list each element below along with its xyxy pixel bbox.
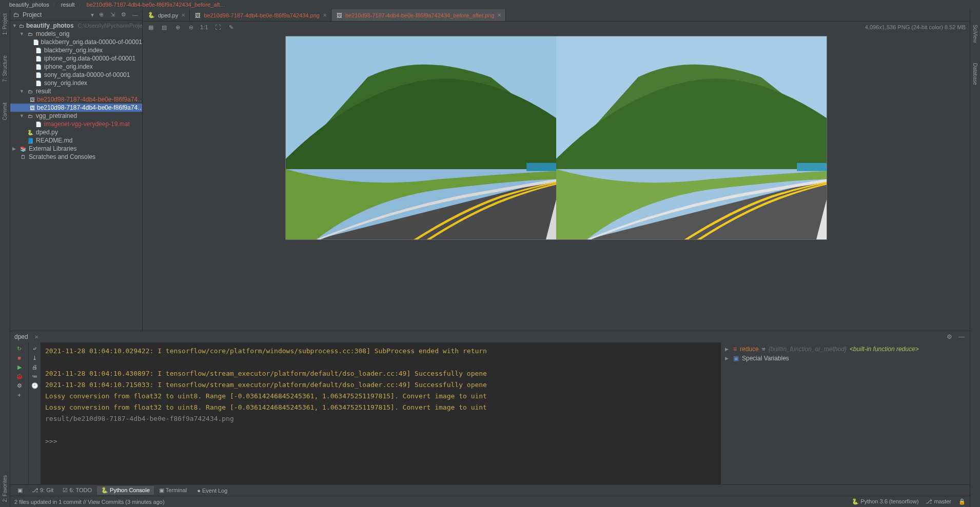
tree-folder-vgg[interactable]: ▼🗀vgg_pretrained — [10, 112, 142, 120]
show-vars-icon[interactable]: ≔ — [31, 372, 39, 380]
print-icon[interactable]: 🖨 — [31, 363, 39, 371]
file-icon: 📄 — [35, 47, 42, 54]
toolwindow-todo[interactable]: ☑ 6: TODO — [58, 486, 96, 495]
tab-image1[interactable]: 🖼be210d98-7187-4db4-be0e-f86f9a742434.pn… — [190, 9, 331, 21]
tree-file-dped[interactable]: 🐍dped.py — [10, 128, 142, 136]
var-special[interactable]: ▶ ▣ Special Variables — [725, 354, 966, 363]
file-icon: 📄 — [35, 63, 42, 70]
zoom-out-icon[interactable]: ⊖ — [187, 24, 195, 31]
event-log-button[interactable]: ● Event Log — [193, 486, 231, 495]
editor-tabs: 🐍dped.py✕ 🖼be210d98-7187-4db4-be0e-f86f9… — [143, 9, 970, 22]
editor-area: 🐍dped.py✕ 🖼be210d98-7187-4db4-be0e-f86f9… — [143, 9, 970, 331]
toolwindow-database-tab[interactable]: Database — [972, 63, 978, 85]
gear-icon[interactable]: ⚙ — [945, 333, 953, 340]
console-action-toolbar: ↻ ■ ▶ 🐞 ⚙ ＋ — [10, 342, 29, 484]
var-reduce[interactable]: ▶ ≡ reduce = {builtin_function_or_method… — [725, 344, 966, 354]
close-icon[interactable]: ✕ — [497, 12, 501, 18]
tree-scratches[interactable]: 🗒Scratches and Consoles — [10, 153, 142, 161]
tree-file-readme[interactable]: 📘README.md — [10, 136, 142, 145]
image-icon: 🖼 — [30, 104, 35, 111]
svg-rect-2 — [526, 163, 556, 171]
tab-image2[interactable]: 🖼be210d98-7187-4db4-be0e-f86f9a742434_be… — [331, 9, 506, 21]
toolwindow-sciview-tab[interactable]: SciView — [972, 25, 978, 43]
status-lock-icon[interactable]: 🔒 — [958, 498, 966, 505]
stop-icon[interactable]: ■ — [15, 354, 24, 362]
close-icon[interactable]: ✕ — [34, 334, 38, 340]
var-icon: ≡ — [733, 346, 737, 353]
project-view-selector[interactable]: Project — [23, 11, 88, 18]
toolwindow-favorites-tab[interactable]: 2: Favorites — [2, 475, 8, 502]
console-output[interactable]: 2021-11-28 01:04:10.029422: I tensorflow… — [41, 342, 720, 484]
status-bar: 2 files updated in 1 commit // View Comm… — [10, 496, 970, 507]
bottom-toolwindow-stripe: ▣ ⎇ 9: Git ☑ 6: TODO 🐍 Python Console ▣ … — [10, 484, 970, 496]
add-icon[interactable]: ＋ — [15, 391, 24, 399]
toolwindow-terminal[interactable]: ▣ Terminal — [155, 486, 191, 495]
toolwindow-project-tab[interactable]: 1: Project — [2, 13, 8, 35]
image-viewer-toolbar: ▦ ▨ ⊕ ⊖ 1:1 ⛶ ✎ 4,096x1,536 PNG (24-bit … — [143, 22, 970, 33]
rerun-icon[interactable]: ↻ — [15, 344, 24, 353]
scroll-to-end-icon[interactable]: ⤓ — [31, 354, 39, 362]
status-git-branch[interactable]: ⎇ master — [926, 498, 951, 505]
soft-wrap-icon[interactable]: ⤶ — [31, 344, 39, 353]
hide-icon[interactable]: — — [131, 11, 139, 19]
breadcrumb-result[interactable]: result — [61, 2, 75, 8]
tree-file-result1[interactable]: 🖼be210d98-7187-4db4-be0e-f86f9a74… — [10, 95, 142, 104]
tree-file[interactable]: 📄iphone_orig.index — [10, 63, 142, 71]
image-icon: 🖼 — [195, 12, 201, 18]
image-viewer[interactable] — [143, 33, 970, 331]
tree-folder-models[interactable]: ▼🗀models_orig — [10, 30, 142, 38]
settings-icon[interactable]: ⚙ — [15, 381, 24, 390]
folder-icon: 🗀 — [27, 88, 34, 95]
debug-icon[interactable]: 🐞 — [15, 372, 24, 380]
tree-external-libs[interactable]: ▶📚External Libraries — [10, 145, 142, 153]
var-icon: ▣ — [733, 355, 739, 362]
zoom-in-icon[interactable]: ⊕ — [173, 24, 182, 31]
tree-file[interactable]: 📄sony_orig.index — [10, 79, 142, 87]
toolwindow-python-console[interactable]: 🐍 Python Console — [97, 486, 154, 495]
project-tree[interactable]: ▼🗀beautify_photosC:\Users\yi\PycharmProj… — [10, 21, 142, 331]
breadcrumb: beautify_photos 〉 result 〉 be210d98-7187… — [0, 0, 980, 9]
image-right-half — [556, 36, 827, 239]
checkerboard-icon[interactable]: ▦ — [147, 24, 155, 31]
markdown-icon: 📘 — [27, 137, 34, 144]
hide-icon[interactable]: — — [957, 333, 966, 340]
tree-file-vgg[interactable]: 📄imagenet-vgg-verydeep-19.mat — [10, 120, 142, 128]
locate-icon[interactable]: ⊕ — [97, 11, 105, 19]
left-toolwindow-stripe: 1: Project 7: Structure Commit 2: Favori… — [0, 9, 10, 507]
expand-all-icon[interactable]: ⇲ — [108, 11, 116, 19]
tree-file[interactable]: 📄blackberry_orig.data-00000-of-00001 — [10, 38, 142, 46]
run-icon[interactable]: ▶ — [15, 363, 24, 371]
close-icon[interactable]: ✕ — [323, 12, 327, 18]
status-interpreter[interactable]: 🐍 Python 3.6 (tensorflow) — [852, 498, 918, 505]
grid-icon[interactable]: ▨ — [160, 24, 168, 31]
toolwindow-structure-tab[interactable]: 7: Structure — [2, 55, 8, 82]
gear-icon[interactable]: ⚙ — [120, 11, 128, 19]
color-picker-icon[interactable]: ✎ — [227, 24, 235, 31]
image-icon: 🖼 — [30, 96, 35, 103]
toolwindow-bottom-left-icon[interactable]: ▣ — [13, 486, 27, 495]
zoom-actual-icon[interactable]: 1:1 — [200, 24, 208, 30]
tree-root[interactable]: ▼🗀beautify_photosC:\Users\yi\PycharmProj… — [10, 22, 142, 30]
history-icon[interactable]: 🕘 — [31, 381, 39, 390]
status-vcs-message[interactable]: 2 files updated in 1 commit // View Comm… — [14, 499, 165, 505]
toolwindow-commit-tab[interactable]: Commit — [2, 103, 8, 120]
chevron-down-icon[interactable]: ▾ — [91, 11, 94, 18]
tree-folder-result[interactable]: ▼🗀result — [10, 87, 142, 95]
folder-icon: 🗀 — [27, 30, 34, 37]
tree-file[interactable]: 📄iphone_orig.data-00000-of-00001 — [10, 54, 142, 63]
close-icon[interactable]: ✕ — [181, 12, 185, 18]
breadcrumb-file[interactable]: be210d98-7187-4db4-be0e-f86f9a742434_bef… — [87, 2, 225, 8]
library-icon: 📚 — [19, 145, 27, 152]
toolwindow-git[interactable]: ⎇ 9: Git — [28, 486, 57, 495]
variables-panel[interactable]: ▶ ≡ reduce = {builtin_function_or_method… — [720, 342, 970, 484]
fit-icon[interactable]: ⛶ — [213, 24, 222, 30]
tree-file-result2[interactable]: 🖼be210d98-7187-4db4-be0e-f86f9a74… — [10, 104, 142, 112]
breadcrumb-root[interactable]: beautify_photos — [9, 2, 49, 8]
file-icon: 📄 — [35, 55, 42, 62]
project-tool-window: 🗀 Project ▾ ⊕ ⇲ ⚙ — ▼🗀beautify_photosC:\… — [10, 9, 143, 331]
tree-file[interactable]: 📄sony_orig.data-00000-of-00001 — [10, 71, 142, 79]
tool-window-header: dped ✕ ⚙ — — [10, 331, 970, 342]
tab-dped[interactable]: 🐍dped.py✕ — [143, 9, 190, 21]
tree-file[interactable]: 📄blackberry_orig.index — [10, 46, 142, 54]
console-tab-dped[interactable]: dped — [14, 333, 28, 340]
